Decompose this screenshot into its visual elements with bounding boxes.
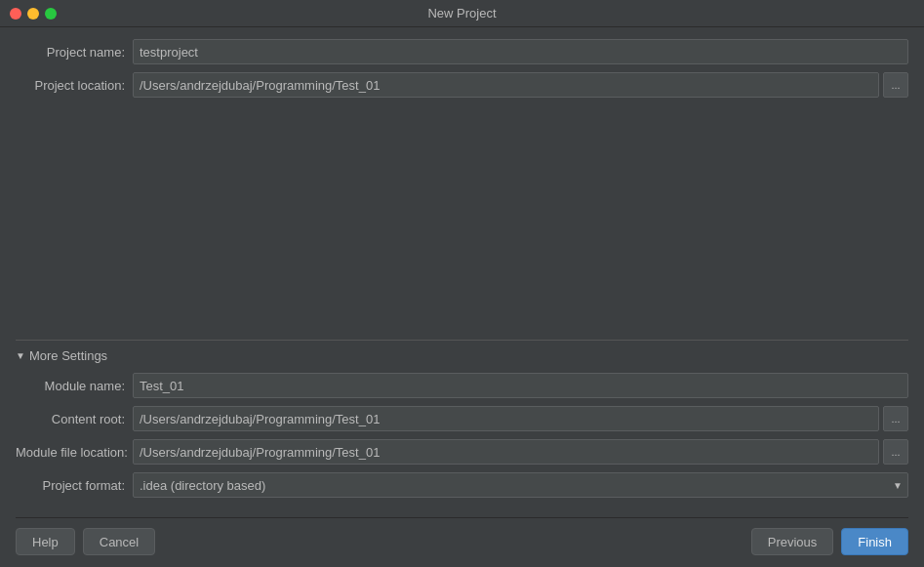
help-button[interactable]: Help: [16, 528, 75, 555]
footer-left-buttons: Help Cancel: [16, 528, 155, 555]
project-name-label: Project name:: [16, 45, 133, 60]
module-name-label: Module name:: [16, 379, 133, 393]
project-name-input-wrapper: [133, 39, 908, 64]
project-format-dropdown-wrapper: .idea (directory based)Eclipse (.classpa…: [133, 472, 908, 498]
footer: Help Cancel Previous Finish: [16, 517, 908, 567]
title-bar: New Project: [0, 0, 924, 27]
project-format-select-wrapper: .idea (directory based)Eclipse (.classpa…: [133, 472, 908, 498]
project-location-label: Project location:: [16, 78, 133, 93]
content-root-label: Content root:: [16, 412, 133, 426]
finish-button[interactable]: Finish: [841, 528, 908, 555]
project-format-row: Project format: .idea (directory based)E…: [16, 472, 908, 498]
close-button[interactable]: [10, 8, 21, 20]
cancel-button[interactable]: Cancel: [83, 528, 155, 555]
window-controls[interactable]: [10, 8, 57, 20]
content-root-row: Content root: ...: [16, 406, 908, 431]
more-settings-label: More Settings: [29, 348, 107, 363]
project-format-select[interactable]: .idea (directory based)Eclipse (.classpa…: [133, 472, 908, 498]
project-location-browse-button[interactable]: ...: [883, 72, 908, 98]
module-name-input-wrapper: [133, 373, 908, 398]
module-file-location-browse-button[interactable]: ...: [883, 439, 908, 465]
minimize-button[interactable]: [27, 8, 39, 20]
footer-right-buttons: Previous Finish: [751, 528, 908, 555]
module-file-location-input-wrapper: ...: [133, 439, 908, 465]
window-title: New Project: [427, 6, 496, 20]
project-location-row: Project location: ...: [16, 72, 908, 98]
maximize-button[interactable]: [45, 8, 57, 20]
more-settings-header[interactable]: ▼ More Settings: [16, 348, 908, 363]
module-file-location-row: Module file location: ...: [16, 439, 908, 465]
content-root-input-wrapper: ...: [133, 406, 908, 431]
module-file-location-label: Module file location:: [16, 445, 133, 460]
content-root-browse-button[interactable]: ...: [883, 406, 908, 431]
project-location-input-wrapper: ...: [133, 72, 908, 98]
module-name-row: Module name:: [16, 373, 908, 398]
module-name-input[interactable]: [133, 373, 908, 398]
project-name-row: Project name:: [16, 39, 908, 64]
previous-button[interactable]: Previous: [751, 528, 834, 555]
more-settings-section: ▼ More Settings Module name: Content roo…: [16, 340, 908, 506]
middle-spacer: [16, 105, 908, 340]
dialog-body: Project name: Project location: ... ▼ Mo…: [0, 27, 924, 567]
content-root-input[interactable]: [133, 406, 879, 431]
project-location-input[interactable]: [133, 72, 879, 98]
module-file-location-input[interactable]: [133, 439, 879, 465]
project-format-label: Project format:: [16, 478, 133, 493]
project-name-input[interactable]: [133, 39, 908, 64]
more-settings-arrow-icon: ▼: [16, 350, 25, 361]
